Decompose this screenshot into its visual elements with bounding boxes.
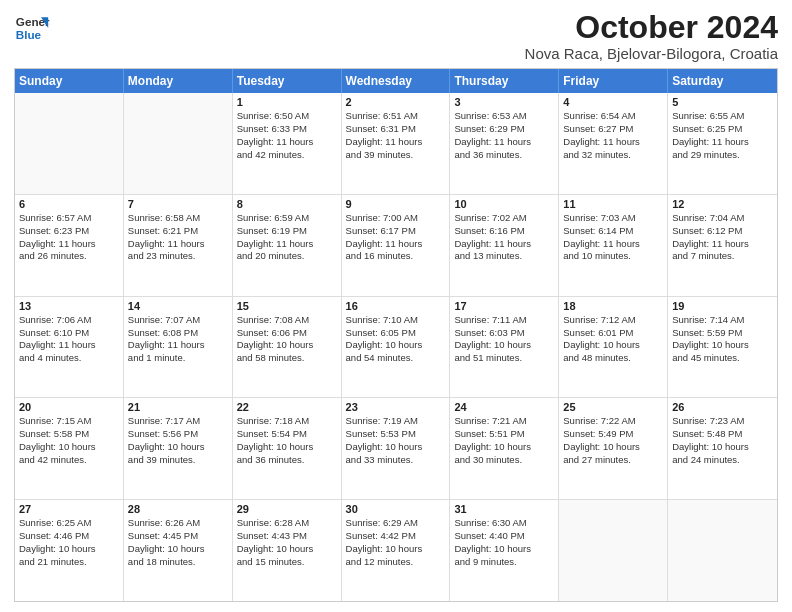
- cell-info-line: Sunrise: 7:23 AM: [672, 415, 773, 428]
- cell-info-line: and 7 minutes.: [672, 250, 773, 263]
- cell-info-line: Sunset: 5:51 PM: [454, 428, 554, 441]
- cell-info-line: Daylight: 10 hours: [128, 543, 228, 556]
- cell-info-line: Sunrise: 6:51 AM: [346, 110, 446, 123]
- cell-info-line: Sunrise: 7:08 AM: [237, 314, 337, 327]
- cell-info-line: Daylight: 11 hours: [563, 238, 663, 251]
- week-row-5: 27Sunrise: 6:25 AMSunset: 4:46 PMDayligh…: [15, 500, 777, 601]
- cell-info-line: Sunset: 6:08 PM: [128, 327, 228, 340]
- cell-info-line: Sunset: 6:25 PM: [672, 123, 773, 136]
- cal-cell: 11Sunrise: 7:03 AMSunset: 6:14 PMDayligh…: [559, 195, 668, 296]
- week-row-3: 13Sunrise: 7:06 AMSunset: 6:10 PMDayligh…: [15, 297, 777, 399]
- cell-info-line: Daylight: 11 hours: [346, 238, 446, 251]
- cell-info-line: and 32 minutes.: [563, 149, 663, 162]
- cell-info-line: Sunset: 6:29 PM: [454, 123, 554, 136]
- cell-info-line: Sunrise: 6:25 AM: [19, 517, 119, 530]
- cal-cell: 26Sunrise: 7:23 AMSunset: 5:48 PMDayligh…: [668, 398, 777, 499]
- cell-info-line: Sunset: 5:49 PM: [563, 428, 663, 441]
- header-cell-saturday: Saturday: [668, 69, 777, 93]
- month-title: October 2024: [525, 10, 778, 45]
- cell-info-line: Sunrise: 7:18 AM: [237, 415, 337, 428]
- cell-info-line: Sunrise: 7:22 AM: [563, 415, 663, 428]
- cell-info-line: and 33 minutes.: [346, 454, 446, 467]
- day-number: 22: [237, 401, 337, 413]
- location-title: Nova Raca, Bjelovar-Bilogora, Croatia: [525, 45, 778, 62]
- cell-info-line: and 23 minutes.: [128, 250, 228, 263]
- cal-cell: 3Sunrise: 6:53 AMSunset: 6:29 PMDaylight…: [450, 93, 559, 194]
- cell-info-line: Daylight: 10 hours: [454, 441, 554, 454]
- day-number: 24: [454, 401, 554, 413]
- day-number: 1: [237, 96, 337, 108]
- cell-info-line: Daylight: 10 hours: [672, 441, 773, 454]
- calendar-header: SundayMondayTuesdayWednesdayThursdayFrid…: [15, 69, 777, 93]
- day-number: 14: [128, 300, 228, 312]
- cell-info-line: and 16 minutes.: [346, 250, 446, 263]
- cal-cell: [124, 93, 233, 194]
- header: General Blue October 2024 Nova Raca, Bje…: [14, 10, 778, 62]
- cell-info-line: Sunset: 6:21 PM: [128, 225, 228, 238]
- cell-info-line: Daylight: 11 hours: [672, 136, 773, 149]
- cal-cell: 19Sunrise: 7:14 AMSunset: 5:59 PMDayligh…: [668, 297, 777, 398]
- cal-cell: 17Sunrise: 7:11 AMSunset: 6:03 PMDayligh…: [450, 297, 559, 398]
- cell-info-line: Daylight: 11 hours: [563, 136, 663, 149]
- day-number: 11: [563, 198, 663, 210]
- week-row-1: 1Sunrise: 6:50 AMSunset: 6:33 PMDaylight…: [15, 93, 777, 195]
- cell-info-line: and 51 minutes.: [454, 352, 554, 365]
- day-number: 25: [563, 401, 663, 413]
- day-number: 18: [563, 300, 663, 312]
- day-number: 16: [346, 300, 446, 312]
- cell-info-line: Sunset: 6:17 PM: [346, 225, 446, 238]
- cell-info-line: Sunset: 4:42 PM: [346, 530, 446, 543]
- cell-info-line: Sunset: 4:46 PM: [19, 530, 119, 543]
- cell-info-line: Daylight: 11 hours: [128, 238, 228, 251]
- cell-info-line: and 15 minutes.: [237, 556, 337, 569]
- cell-info-line: Daylight: 11 hours: [128, 339, 228, 352]
- cal-cell: 23Sunrise: 7:19 AMSunset: 5:53 PMDayligh…: [342, 398, 451, 499]
- cell-info-line: Sunrise: 7:12 AM: [563, 314, 663, 327]
- header-cell-monday: Monday: [124, 69, 233, 93]
- cal-cell: [668, 500, 777, 601]
- cal-cell: 13Sunrise: 7:06 AMSunset: 6:10 PMDayligh…: [15, 297, 124, 398]
- day-number: 31: [454, 503, 554, 515]
- cell-info-line: Sunrise: 6:59 AM: [237, 212, 337, 225]
- cell-info-line: Sunset: 5:58 PM: [19, 428, 119, 441]
- cell-info-line: and 9 minutes.: [454, 556, 554, 569]
- cell-info-line: and 10 minutes.: [563, 250, 663, 263]
- day-number: 28: [128, 503, 228, 515]
- cell-info-line: and 18 minutes.: [128, 556, 228, 569]
- cell-info-line: Sunrise: 6:58 AM: [128, 212, 228, 225]
- day-number: 21: [128, 401, 228, 413]
- cell-info-line: and 29 minutes.: [672, 149, 773, 162]
- cell-info-line: Daylight: 10 hours: [237, 441, 337, 454]
- cell-info-line: Sunset: 6:23 PM: [19, 225, 119, 238]
- cell-info-line: and 27 minutes.: [563, 454, 663, 467]
- cell-info-line: and 36 minutes.: [454, 149, 554, 162]
- cal-cell: 30Sunrise: 6:29 AMSunset: 4:42 PMDayligh…: [342, 500, 451, 601]
- cell-info-line: and 39 minutes.: [346, 149, 446, 162]
- cell-info-line: Daylight: 10 hours: [128, 441, 228, 454]
- cal-cell: 22Sunrise: 7:18 AMSunset: 5:54 PMDayligh…: [233, 398, 342, 499]
- cell-info-line: Daylight: 11 hours: [19, 238, 119, 251]
- cal-cell: 5Sunrise: 6:55 AMSunset: 6:25 PMDaylight…: [668, 93, 777, 194]
- day-number: 12: [672, 198, 773, 210]
- cell-info-line: Daylight: 11 hours: [237, 238, 337, 251]
- cell-info-line: and 21 minutes.: [19, 556, 119, 569]
- day-number: 8: [237, 198, 337, 210]
- cell-info-line: Sunrise: 6:55 AM: [672, 110, 773, 123]
- cell-info-line: and 12 minutes.: [346, 556, 446, 569]
- header-cell-thursday: Thursday: [450, 69, 559, 93]
- cell-info-line: Sunrise: 6:53 AM: [454, 110, 554, 123]
- day-number: 26: [672, 401, 773, 413]
- day-number: 3: [454, 96, 554, 108]
- cell-info-line: Sunrise: 7:02 AM: [454, 212, 554, 225]
- cell-info-line: Sunrise: 6:57 AM: [19, 212, 119, 225]
- cell-info-line: Daylight: 10 hours: [19, 543, 119, 556]
- cell-info-line: Sunrise: 6:30 AM: [454, 517, 554, 530]
- cell-info-line: Daylight: 10 hours: [454, 339, 554, 352]
- day-number: 27: [19, 503, 119, 515]
- cell-info-line: Daylight: 11 hours: [454, 238, 554, 251]
- header-cell-tuesday: Tuesday: [233, 69, 342, 93]
- cell-info-line: Sunset: 5:59 PM: [672, 327, 773, 340]
- cell-info-line: Sunset: 4:43 PM: [237, 530, 337, 543]
- cell-info-line: Sunrise: 7:19 AM: [346, 415, 446, 428]
- header-cell-wednesday: Wednesday: [342, 69, 451, 93]
